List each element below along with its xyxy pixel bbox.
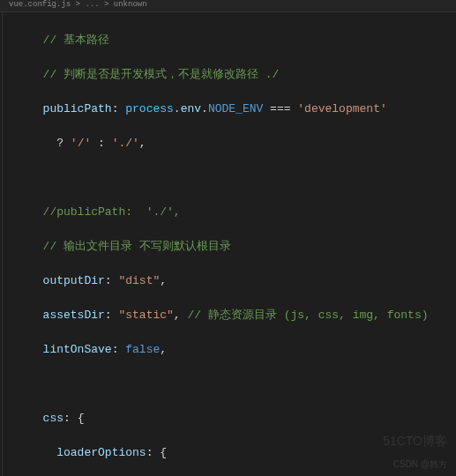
code-line: // 判断是否是开发模式，不是就修改路径 ./ bbox=[29, 66, 456, 84]
code-line: lintOnSave: false, bbox=[29, 341, 456, 359]
code-line: // 基本路径 bbox=[29, 32, 456, 49]
code-line: //publicPath: './', bbox=[29, 204, 456, 221]
code-line: outputDir: "dist", bbox=[29, 272, 456, 290]
code-line bbox=[29, 376, 456, 393]
code-line: // 输出文件目录 不写则默认根目录 bbox=[29, 238, 456, 256]
code-line: assetsDir: "static", // 静态资源目录 (js, css,… bbox=[29, 307, 456, 324]
tab-bar[interactable]: vue.config.js > ... > unknown bbox=[0, 0, 456, 12]
watermark: 51CTO博客 bbox=[383, 434, 447, 450]
code-line bbox=[29, 169, 456, 187]
code-editor[interactable]: // 基本路径 // 判断是否是开发模式，不是就修改路径 ./ publicPa… bbox=[2, 12, 456, 476]
code-line: publicPath: process.env.NODE_ENV === 'de… bbox=[29, 100, 456, 118]
tab-filename: vue.config.js > ... > unknown bbox=[9, 0, 147, 9]
code-line: ? '/' : './', bbox=[29, 135, 456, 152]
watermark: CSDN @韩方 bbox=[393, 458, 447, 471]
code-line: css: { bbox=[29, 410, 456, 428]
